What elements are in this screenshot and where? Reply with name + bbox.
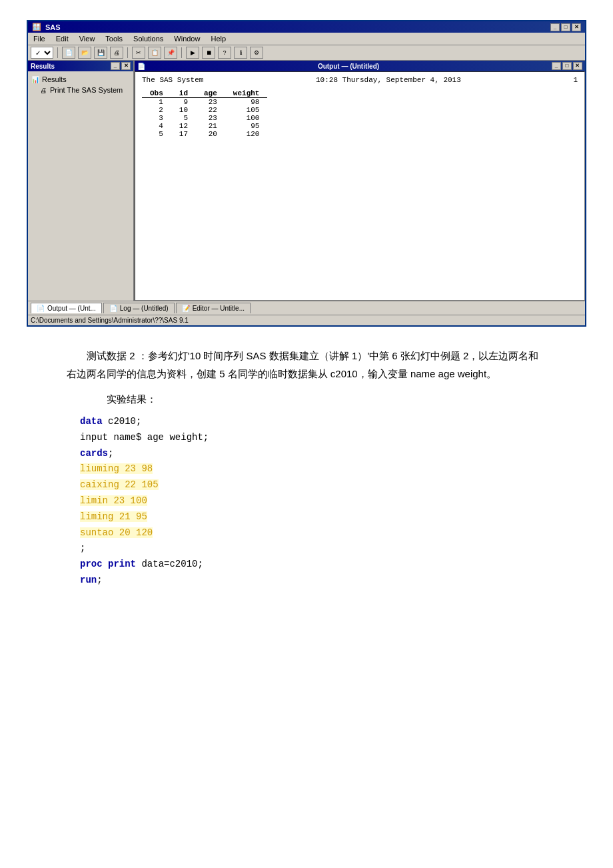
sas-window: 🪟 SAS _ □ ✕ File Edit View Tools Solutio…	[27, 20, 586, 327]
results-item-label: Results	[42, 75, 67, 83]
menu-file[interactable]: File	[31, 34, 48, 43]
statusbar-path: C:\Documents and Settings\Administrator\…	[31, 317, 189, 324]
toolbar-separator	[57, 47, 58, 58]
code-data-c2010: data=c2010;	[136, 559, 203, 569]
toolbar-open[interactable]: 📂	[78, 47, 91, 59]
toolbar-new[interactable]: 📄	[62, 47, 75, 59]
table-row: 3523100	[142, 114, 267, 122]
minimize-button[interactable]: _	[550, 23, 560, 31]
code-input: input name$ age weight;	[80, 432, 209, 443]
code-line-9: ;	[80, 541, 546, 557]
keyword-run: run	[80, 575, 97, 585]
code-line-7: liming 21 95	[80, 509, 546, 525]
toolbar-cut[interactable]: ✂	[132, 47, 145, 59]
data-suntao: suntao 20 120	[80, 527, 153, 538]
results-win-controls: _ ✕	[111, 62, 131, 70]
code-c2010: c2010;	[103, 416, 142, 427]
toolbar-help[interactable]: ?	[218, 47, 231, 59]
output-tab-icon: 📄	[37, 305, 45, 312]
col-weight: weight	[225, 89, 268, 98]
toolbar-about[interactable]: ℹ	[234, 47, 247, 59]
keyword-print: print	[108, 559, 136, 569]
cell-id: 10	[171, 106, 196, 114]
menu-solutions[interactable]: Solutions	[131, 34, 166, 43]
sas-tabs: 📄 Output — (Unt... 📄 Log — (Untitled) 📝 …	[28, 301, 585, 315]
output-restore[interactable]: □	[562, 62, 572, 70]
sas-statusbar: C:\Documents and Settings\Administrator\…	[28, 315, 585, 325]
toolbar-copy[interactable]: 📋	[148, 47, 161, 59]
cell-weight: 105	[225, 106, 268, 114]
restore-button[interactable]: □	[561, 23, 570, 31]
table-row: 21022105	[142, 106, 267, 114]
tab-output[interactable]: 📄 Output — (Unt...	[31, 303, 102, 313]
menu-edit[interactable]: Edit	[53, 34, 71, 43]
tab-log[interactable]: 📄 Log — (Untitled)	[103, 303, 175, 313]
sas-menubar: File Edit View Tools Solutions Window He…	[28, 33, 585, 45]
cell-weight: 95	[225, 122, 268, 130]
code-line-11: run;	[80, 573, 546, 589]
toolbar-paste[interactable]: 📌	[164, 47, 177, 59]
results-content: 📊 Results 🖨 Print The SAS System	[28, 71, 133, 98]
win-controls: _ □ ✕	[550, 23, 581, 31]
col-obs: Obs	[142, 89, 171, 98]
cell-obs: 3	[142, 114, 171, 122]
col-age: age	[196, 89, 225, 98]
print-icon: 🖨	[39, 85, 48, 95]
keyword-proc: proc	[80, 559, 108, 569]
toolbar-sep3	[181, 47, 182, 58]
menu-tools[interactable]: Tools	[103, 34, 125, 43]
sas-titlebar-left: 🪟 SAS	[32, 23, 61, 31]
results-item-print[interactable]: 🖨 Print The SAS System	[39, 85, 131, 95]
toolbar-select[interactable]: ✓	[31, 47, 53, 59]
output-title-text: Output — (Untitled)	[318, 63, 379, 70]
keyword-data: data	[80, 416, 103, 427]
code-line-4: liuming 23 98	[80, 461, 546, 477]
log-tab-label: Log — (Untitled)	[120, 305, 169, 312]
sas-toolbar: ✓ 📄 📂 💾 🖨 ✂ 📋 📌 ▶ ⏹ ? ℹ ⚙	[28, 45, 585, 61]
tab-editor[interactable]: 📝 Editor — Untitle...	[176, 303, 251, 313]
toolbar-save[interactable]: 💾	[94, 47, 107, 59]
cell-id: 9	[171, 98, 196, 107]
keyword-cards: cards	[80, 448, 108, 459]
data-liming: liming 21 95	[80, 511, 147, 522]
toolbar-extra[interactable]: ⚙	[250, 47, 263, 59]
output-win-controls: _ □ ✕	[552, 62, 582, 70]
results-panel: Results _ ✕ 📊 Results 🖨 Print The SAS Sy…	[28, 61, 135, 301]
close-button[interactable]: ✕	[572, 23, 581, 31]
sas-body: Results _ ✕ 📊 Results 🖨 Print The SAS Sy…	[28, 61, 585, 301]
output-content[interactable]: The SAS System 10:28 Thursday, September…	[135, 71, 585, 301]
code-end-semicolon: ;	[80, 543, 85, 553]
cell-id: 5	[171, 114, 196, 122]
results-item-results[interactable]: 📊 Results	[31, 74, 131, 85]
sas-title: SAS	[45, 23, 61, 31]
menu-window[interactable]: Window	[171, 34, 203, 43]
results-folder-icon: 📊	[31, 75, 40, 84]
toolbar-run[interactable]: ▶	[186, 47, 199, 59]
cell-age: 21	[196, 122, 225, 130]
toolbar-print[interactable]: 🖨	[110, 47, 123, 59]
col-id: id	[171, 89, 196, 98]
data-liuming: liuming 23 98	[80, 463, 153, 474]
cell-age: 20	[196, 130, 225, 138]
cell-obs: 2	[142, 106, 171, 114]
cell-age: 23	[196, 98, 225, 107]
results-close[interactable]: ✕	[121, 62, 131, 70]
results-minimize[interactable]: _	[111, 62, 120, 70]
toolbar-stop[interactable]: ⏹	[202, 47, 215, 59]
description-paragraph: 测试数据 2 ：参考幻灯'10 时间序列 SAS 数据集建立（讲解 1）'中第 …	[67, 347, 546, 383]
cell-id: 17	[171, 130, 196, 138]
table-row: 51720120	[142, 130, 267, 138]
data-caixing: caixing 22 105	[80, 479, 159, 490]
menu-view[interactable]: View	[77, 34, 98, 43]
sas-icon: 🪟	[32, 23, 41, 31]
table-row: 4122195	[142, 122, 267, 130]
output-minimize[interactable]: _	[552, 62, 561, 70]
cell-age: 23	[196, 114, 225, 122]
code-line-8: suntao 20 120	[80, 525, 546, 541]
results-print-label: Print The SAS System	[50, 86, 123, 94]
code-line-5: caixing 22 105	[80, 477, 546, 493]
output-close[interactable]: ✕	[573, 62, 582, 70]
menu-help[interactable]: Help	[208, 34, 229, 43]
data-limin: limin 23 100	[80, 495, 147, 506]
code-line-6: limin 23 100	[80, 493, 546, 509]
